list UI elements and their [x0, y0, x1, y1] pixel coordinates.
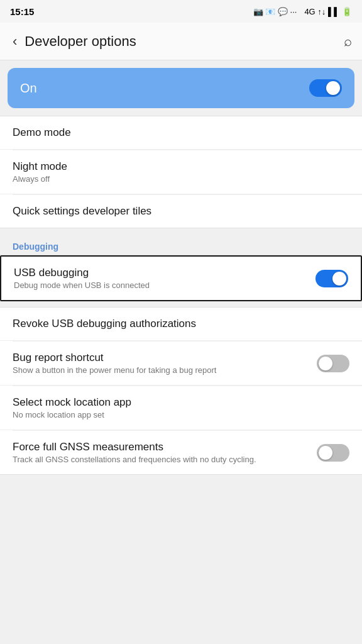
usb-debugging-item[interactable]: USB debugging Debug mode when USB is con… — [0, 255, 362, 301]
debugging-label: Debugging — [13, 242, 58, 252]
status-bar: 15:15 📷 📧 💬 ··· 4G ↑↓ ▌▌ 🔋 — [0, 0, 362, 23]
gnss-toggle-thumb — [319, 446, 332, 460]
quick-settings-title: Quick settings developer tiles — [13, 205, 349, 218]
notification-icons: 📷 📧 💬 ··· — [253, 7, 297, 16]
revoke-usb-item[interactable]: Revoke USB debugging authorizations — [0, 308, 362, 341]
gnss-title: Force full GNSS measurements — [13, 441, 317, 453]
on-label: On — [20, 81, 37, 96]
mock-location-subtitle: No mock location app set — [13, 410, 349, 419]
page-title: Developer options — [25, 33, 136, 50]
debugging-settings-card: Revoke USB debugging authorizations Bug … — [0, 307, 362, 475]
status-icons: 📷 📧 💬 ··· 4G ↑↓ ▌▌ 🔋 — [253, 7, 352, 16]
mock-location-item[interactable]: Select mock location app No mock locatio… — [0, 386, 362, 430]
gnss-subtitle: Track all GNSS constellations and freque… — [13, 455, 317, 464]
bug-report-toggle[interactable] — [317, 355, 349, 372]
revoke-usb-title: Revoke USB debugging authorizations — [13, 318, 349, 330]
bug-report-title: Bug report shortcut — [13, 352, 317, 364]
signal-icons: 4G ↑↓ ▌▌ 🔋 — [304, 7, 352, 16]
developer-options-toggle[interactable] — [309, 79, 342, 97]
header: ‹ Developer options ⌕ — [0, 23, 362, 60]
bug-report-subtitle: Show a button in the power menu for taki… — [13, 365, 317, 375]
top-settings-card: Demo mode Night mode Always off Quick se… — [0, 116, 362, 228]
search-button[interactable]: ⌕ — [344, 33, 352, 50]
usb-debugging-toggle-thumb — [332, 272, 346, 286]
gnss-toggle[interactable] — [317, 444, 349, 462]
header-left: ‹ Developer options — [10, 31, 136, 52]
debugging-section-header: Debugging — [0, 233, 362, 255]
night-mode-item[interactable]: Night mode Always off — [0, 150, 362, 194]
back-button[interactable]: ‹ — [10, 31, 19, 52]
demo-mode-title: Demo mode — [13, 126, 349, 139]
quick-settings-item[interactable]: Quick settings developer tiles — [0, 195, 362, 228]
mock-location-title: Select mock location app — [13, 396, 349, 409]
night-mode-subtitle: Always off — [13, 174, 349, 184]
night-mode-title: Night mode — [13, 160, 349, 173]
gnss-item[interactable]: Force full GNSS measurements Track all G… — [0, 431, 362, 474]
toggle-thumb — [326, 81, 340, 95]
usb-debugging-subtitle: Debug mode when USB is connected — [14, 280, 315, 290]
bug-report-item[interactable]: Bug report shortcut Show a button in the… — [0, 341, 362, 386]
status-time: 15:15 — [10, 6, 34, 17]
usb-debugging-title: USB debugging — [14, 267, 315, 279]
bug-report-toggle-thumb — [319, 357, 332, 370]
demo-mode-item[interactable]: Demo mode — [0, 116, 362, 150]
usb-debugging-toggle[interactable] — [315, 270, 348, 287]
developer-options-toggle-section[interactable]: On — [8, 68, 354, 108]
